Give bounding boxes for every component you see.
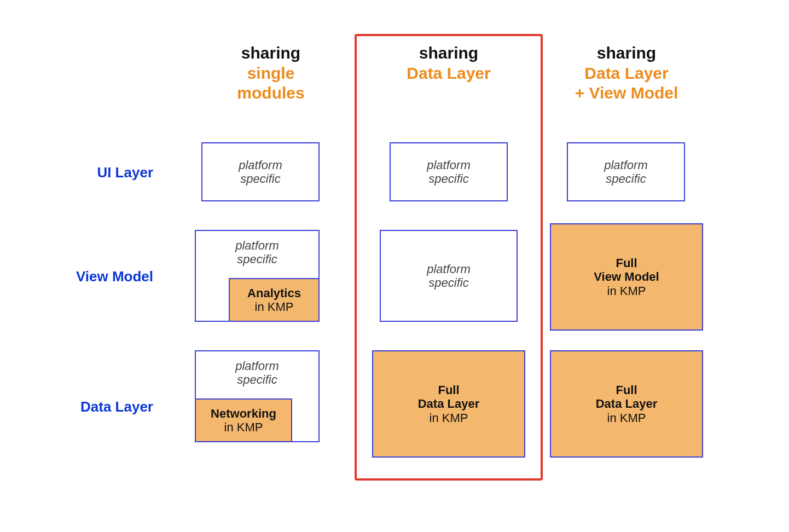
c3-dl-inkmp: in KMP <box>551 411 702 425</box>
c3-vm-full: Full <box>551 256 702 270</box>
c2-dl-inkmp: in KMP <box>373 411 524 425</box>
diagram-stage: UI Layer View Model Data Layer sharing s… <box>0 0 789 532</box>
col1-header: sharing single modules <box>194 44 347 103</box>
c3-vm-box: Full View Model in KMP <box>550 223 703 331</box>
c1-dl-inkmp: in KMP <box>196 420 291 434</box>
c3-dl-full: Full <box>551 383 702 397</box>
c1-dl-box: platform specific Networking in KMP <box>195 350 320 442</box>
c3-ui-box: platform specific <box>567 142 685 201</box>
c1-dl-networking: Networking <box>196 407 291 420</box>
col3-sub2: + View Model <box>550 84 703 103</box>
c2-ui-platform: platform <box>391 158 507 172</box>
c1-dl-networking-box: Networking in KMP <box>195 398 292 442</box>
col3-sub1: Data Layer <box>550 64 703 83</box>
c1-dl-platform: platform <box>196 359 318 373</box>
c1-ui-specific: specific <box>202 172 318 186</box>
row-label-dl: Data Layer <box>0 398 175 415</box>
col1-sharing: sharing <box>194 44 347 63</box>
row-label-ui: UI Layer <box>0 164 175 181</box>
c2-vm-box: platform specific <box>380 230 518 322</box>
c1-dl-specific: specific <box>196 373 318 386</box>
c1-vm-analytics-box: Analytics in KMP <box>229 278 320 322</box>
c3-vm-inkmp: in KMP <box>551 284 702 298</box>
c2-ui-specific: specific <box>391 172 507 186</box>
c1-vm-platform: platform <box>196 239 318 252</box>
c2-dl-box: Full Data Layer in KMP <box>372 350 525 458</box>
c1-vm-analytics: Analytics <box>230 286 318 300</box>
c1-vm-inkmp: in KMP <box>230 300 318 314</box>
col3-header: sharing Data Layer + View Model <box>550 44 703 103</box>
c2-ui-box: platform specific <box>390 142 508 201</box>
c3-ui-specific: specific <box>568 172 684 186</box>
c1-ui-box: platform specific <box>201 142 320 201</box>
c3-vm-viewmodel: View Model <box>551 270 702 284</box>
c2-dl-datalayer: Data Layer <box>373 397 524 410</box>
row-label-vm: View Model <box>0 268 175 285</box>
c1-vm-box: platform specific Analytics in KMP <box>195 230 320 322</box>
col1-sub1: single <box>194 64 347 83</box>
c1-vm-specific: specific <box>196 252 318 266</box>
c1-ui-platform: platform <box>202 158 318 172</box>
c3-dl-datalayer: Data Layer <box>551 397 702 410</box>
c2-dl-full: Full <box>373 383 524 397</box>
c2-vm-specific: specific <box>381 276 517 290</box>
c3-dl-box: Full Data Layer in KMP <box>550 350 703 458</box>
c2-vm-platform: platform <box>381 262 517 276</box>
col3-sharing: sharing <box>550 44 703 63</box>
col1-sub2: modules <box>194 84 347 103</box>
c3-ui-platform: platform <box>568 158 684 172</box>
